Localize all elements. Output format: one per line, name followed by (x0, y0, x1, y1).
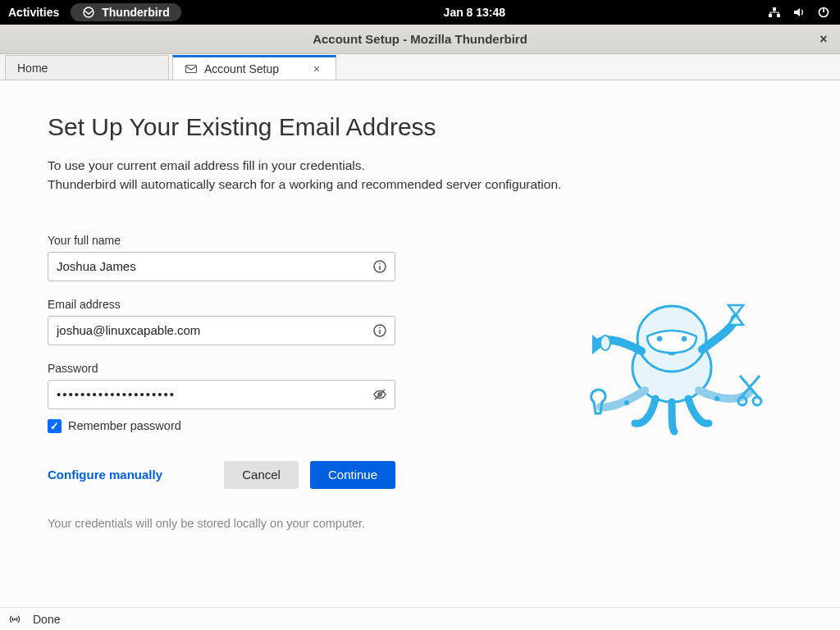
email-label: Email address (48, 298, 395, 311)
clock-label[interactable]: Jan 8 13:48 (181, 6, 768, 19)
svg-rect-1 (773, 7, 776, 11)
tab-home-label: Home (17, 62, 48, 75)
svg-point-28 (624, 400, 629, 405)
continue-button[interactable]: Continue (310, 461, 395, 489)
configure-manually-link[interactable]: Configure manually (48, 468, 162, 482)
status-bar: Done (0, 607, 840, 630)
checkmark-icon: ✓ (50, 420, 59, 432)
window-title: Account Setup - Mozilla Thunderbird (313, 32, 527, 46)
gnome-top-bar: Activities Thunderbird Jan 8 13:48 (0, 0, 840, 25)
main-content: Set Up Your Existing Email Address To us… (0, 80, 840, 607)
svg-point-26 (714, 336, 719, 341)
close-icon: × (313, 62, 320, 75)
full-name-label: Your full name (48, 234, 395, 247)
svg-rect-3 (777, 14, 780, 17)
thunderbird-icon (82, 6, 95, 19)
full-name-input[interactable] (48, 252, 395, 281)
visibility-toggle-icon[interactable] (372, 387, 387, 402)
cancel-button[interactable]: Cancel (224, 461, 299, 489)
svg-point-17 (657, 336, 662, 341)
password-input[interactable] (48, 380, 395, 409)
status-text: Done (33, 613, 60, 626)
activities-button[interactable]: Activities (8, 6, 59, 19)
tab-home[interactable]: Home (5, 55, 169, 80)
page-title: Set Up Your Existing Email Address (48, 113, 792, 141)
page-description: To use your current email address fill i… (48, 156, 792, 194)
mail-setup-icon (185, 62, 198, 75)
svg-point-18 (682, 336, 687, 341)
tab-close-button[interactable]: × (309, 62, 324, 76)
svg-point-9 (379, 262, 381, 264)
desc-line-2: Thunderbird will automatically search fo… (48, 175, 792, 194)
svg-point-27 (724, 326, 729, 331)
info-icon[interactable] (372, 259, 387, 274)
svg-rect-6 (186, 65, 197, 72)
svg-point-25 (612, 339, 617, 344)
app-indicator[interactable]: Thunderbird (71, 3, 180, 21)
volume-icon[interactable] (792, 6, 806, 19)
desc-line-1: To use your current email address fill i… (48, 156, 792, 175)
svg-point-12 (379, 326, 381, 328)
broadcast-icon (8, 613, 21, 626)
svg-point-30 (14, 618, 16, 619)
svg-point-22 (738, 397, 746, 405)
svg-point-24 (624, 342, 629, 347)
remember-password-checkbox[interactable]: ✓ (48, 419, 62, 433)
power-icon[interactable] (817, 6, 830, 19)
svg-point-19 (600, 336, 610, 350)
remember-password-label: Remember password (68, 419, 181, 432)
setup-illustration (578, 294, 766, 441)
email-input[interactable] (48, 316, 395, 345)
tab-account-setup-label: Account Setup (204, 62, 279, 75)
password-label: Password (48, 362, 395, 375)
network-icon[interactable] (768, 6, 781, 19)
window-titlebar: Account Setup - Mozilla Thunderbird × (0, 25, 840, 54)
credentials-note: Your credentials will only be stored loc… (48, 517, 395, 530)
window-close-button[interactable]: × (815, 31, 832, 48)
tab-account-setup[interactable]: Account Setup × (172, 55, 336, 80)
app-name-label: Thunderbird (102, 6, 169, 19)
svg-point-29 (714, 396, 719, 401)
svg-point-0 (84, 7, 94, 17)
info-icon[interactable] (372, 323, 387, 338)
svg-rect-2 (769, 14, 772, 17)
tab-strip: Home Account Setup × (0, 54, 840, 80)
svg-point-23 (753, 397, 761, 405)
